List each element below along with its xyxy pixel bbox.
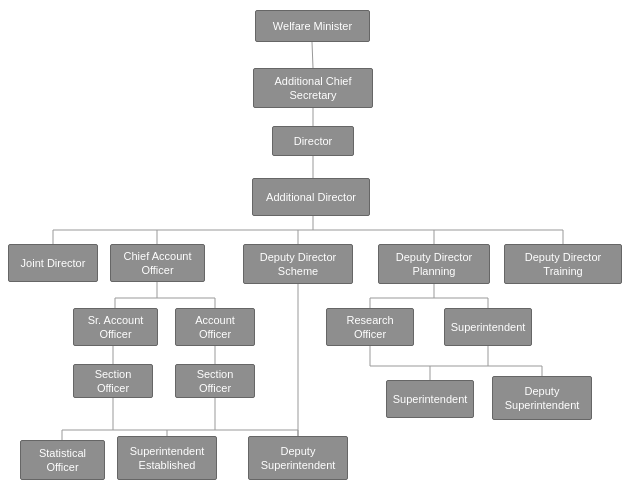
org-chart: Welfare MinisterAdditional Chief Secreta… (0, 0, 630, 500)
node-superintendent1: Superintendent (444, 308, 532, 346)
node-sr_account: Sr. Account Officer (73, 308, 158, 346)
node-statistical_officer: Statistical Officer (20, 440, 105, 480)
svg-line-0 (312, 42, 313, 68)
node-superintendent2: Superintendent (386, 380, 474, 418)
node-dep_dir_planning: Deputy Director Planning (378, 244, 490, 284)
node-add_director: Additional Director (252, 178, 370, 216)
node-dep_superintendent1: Deputy Superintendent (248, 436, 348, 480)
node-welfare_minister: Welfare Minister (255, 10, 370, 42)
node-research_officer: Research Officer (326, 308, 414, 346)
node-joint_director: Joint Director (8, 244, 98, 282)
node-section_off2: Section Officer (175, 364, 255, 398)
node-chief_account: Chief Account Officer (110, 244, 205, 282)
node-dep_dir_training: Deputy Director Training (504, 244, 622, 284)
node-dep_dir_scheme: Deputy Director Scheme (243, 244, 353, 284)
node-add_chief_sec: Additional Chief Secretary (253, 68, 373, 108)
node-superintendent_est: Superintendent Established (117, 436, 217, 480)
node-section_off1: Section Officer (73, 364, 153, 398)
node-director: Director (272, 126, 354, 156)
node-account_officer: Account Officer (175, 308, 255, 346)
node-dep_superintendent2: Deputy Superintendent (492, 376, 592, 420)
